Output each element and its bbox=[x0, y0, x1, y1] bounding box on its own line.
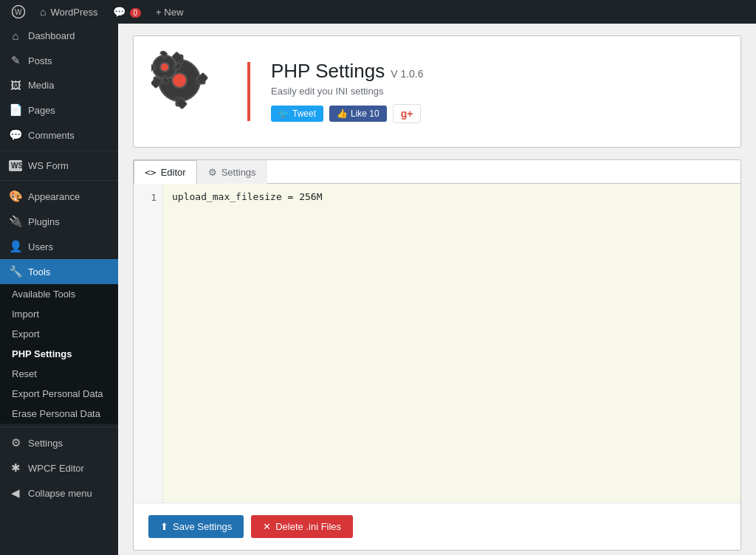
sidebar-item-media[interactable]: 🖼 Media bbox=[0, 73, 118, 97]
submenu-erase-personal[interactable]: Erase Personal Data bbox=[0, 404, 118, 424]
wsform-icon: WSI bbox=[9, 160, 22, 171]
gplus-button[interactable]: g+ bbox=[393, 104, 422, 123]
menu-separator-1 bbox=[0, 151, 118, 151]
action-bar: ⬆ Save Settings ✕ Delete .ini Files bbox=[134, 503, 740, 550]
plugin-info: PHP Settings V 1.0.6 Easily edit you INI… bbox=[271, 60, 723, 123]
tab-editor[interactable]: <> Editor bbox=[134, 160, 197, 184]
svg-point-3 bbox=[172, 73, 187, 88]
wpcf-icon: ✱ bbox=[9, 461, 22, 475]
code-editor[interactable]: upload_max_filesize = 256M bbox=[163, 184, 740, 503]
menu-separator-3 bbox=[0, 427, 118, 427]
plugins-icon: 🔌 bbox=[9, 215, 22, 228]
posts-icon: ✎ bbox=[9, 54, 22, 67]
sidebar-item-pages[interactable]: 📄 Pages bbox=[0, 97, 118, 123]
settings-icon: ⚙ bbox=[9, 436, 22, 449]
appearance-icon: 🎨 bbox=[9, 190, 22, 203]
pages-icon: 📄 bbox=[9, 103, 22, 117]
svg-point-13 bbox=[160, 63, 169, 72]
dashboard-icon: ⌂ bbox=[9, 30, 22, 42]
plugin-version: V 1.0.6 bbox=[391, 68, 423, 80]
sidebar-item-appearance[interactable]: 🎨 Appearance bbox=[0, 184, 118, 209]
adminbar-comment-count: 0 bbox=[130, 7, 142, 18]
comments-icon: 💬 bbox=[9, 128, 22, 142]
users-icon: 👤 bbox=[9, 240, 22, 253]
delete-ini-button[interactable]: ✕ Delete .ini Files bbox=[251, 515, 353, 538]
submenu-export-personal[interactable]: Export Personal Data bbox=[0, 384, 118, 404]
save-settings-button[interactable]: ⬆ Save Settings bbox=[148, 515, 244, 538]
save-icon: ⬆ bbox=[160, 521, 168, 532]
plugin-gears bbox=[151, 51, 233, 132]
editor-wrapper: 1 upload_max_filesize = 256M bbox=[134, 184, 740, 503]
sidebar-item-wpcf[interactable]: ✱ WPCF Editor bbox=[0, 455, 118, 480]
plugin-header-card: PHP Settings V 1.0.6 Easily edit you INI… bbox=[133, 35, 741, 148]
adminbar-site-name: WordPress bbox=[50, 7, 97, 18]
plugin-description: Easily edit you INI settings bbox=[271, 86, 723, 97]
collapse-icon: ◀ bbox=[9, 486, 22, 500]
submenu-php-settings[interactable]: PHP Settings bbox=[0, 344, 118, 364]
sidebar-item-users[interactable]: 👤 Users bbox=[0, 234, 118, 259]
submenu-reset[interactable]: Reset bbox=[0, 364, 118, 384]
submenu-export[interactable]: Export bbox=[0, 324, 118, 344]
twitter-icon: 🐦 bbox=[278, 108, 289, 119]
plugin-title: PHP Settings V 1.0.6 bbox=[271, 60, 723, 83]
wp-logo[interactable]: W bbox=[6, 0, 31, 24]
tools-submenu: Available Tools Import Export PHP Settin… bbox=[0, 284, 118, 424]
collapse-menu-button[interactable]: ◀ Collapse menu bbox=[0, 480, 118, 506]
line-num-1: 1 bbox=[134, 190, 162, 207]
editor-code-icon: <> bbox=[145, 167, 157, 178]
plugin-divider bbox=[247, 62, 250, 121]
svg-text:W: W bbox=[15, 8, 22, 16]
submenu-import[interactable]: Import bbox=[0, 304, 118, 324]
adminbar-site[interactable]: ⌂ WordPress bbox=[34, 0, 104, 24]
line-numbers: 1 bbox=[134, 184, 163, 503]
sidebar-item-wsform[interactable]: WSI WS Form bbox=[0, 154, 118, 177]
tab-settings[interactable]: ⚙ Settings bbox=[197, 160, 267, 184]
sidebar-item-settings[interactable]: ⚙ Settings bbox=[0, 430, 118, 455]
tweet-button[interactable]: 🐦 Tweet bbox=[271, 106, 323, 122]
gplus-icon: g+ bbox=[401, 108, 413, 120]
sidebar-item-tools[interactable]: 🔧 Tools bbox=[0, 259, 118, 284]
submenu-available-tools[interactable]: Available Tools bbox=[0, 284, 118, 304]
adminbar-comments[interactable]: 💬 0 bbox=[107, 0, 148, 24]
editor-card: <> Editor ⚙ Settings 1 upload_max_filesi… bbox=[133, 159, 741, 551]
social-buttons: 🐦 Tweet 👍 Like 10 g+ bbox=[271, 104, 723, 123]
settings-gear-icon: ⚙ bbox=[208, 167, 217, 178]
media-icon: 🖼 bbox=[9, 79, 22, 92]
sidebar-item-comments[interactable]: 💬 Comments bbox=[0, 123, 118, 148]
delete-icon: ✕ bbox=[263, 521, 271, 532]
sidebar-item-dashboard[interactable]: ⌂ Dashboard bbox=[0, 24, 118, 48]
like-button[interactable]: 👍 Like 10 bbox=[329, 106, 387, 122]
sidebar-item-posts[interactable]: ✎ Posts bbox=[0, 48, 118, 73]
menu-separator-2 bbox=[0, 180, 118, 181]
tools-icon: 🔧 bbox=[9, 265, 22, 278]
thumbsup-icon: 👍 bbox=[337, 108, 348, 119]
adminbar-new[interactable]: + New bbox=[150, 0, 189, 24]
tab-wrapper: <> Editor ⚙ Settings bbox=[134, 160, 740, 184]
sidebar-item-plugins[interactable]: 🔌 Plugins bbox=[0, 209, 118, 234]
